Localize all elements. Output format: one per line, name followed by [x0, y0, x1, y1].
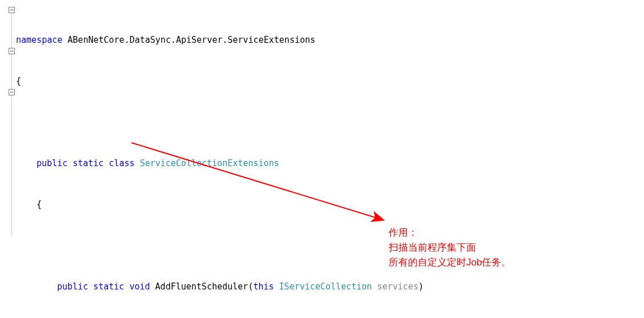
blank-line: [16, 239, 644, 252]
keyword: this: [253, 281, 274, 292]
fold-toggle-icon[interactable]: −: [9, 7, 15, 13]
code-area[interactable]: namespace ABenNetCore.DataSync.ApiServer…: [16, 6, 644, 318]
code-line: {: [16, 74, 644, 88]
type-name: IServiceCollection: [274, 281, 377, 292]
gutter: − − −: [0, 0, 16, 318]
fold-toggle-icon[interactable]: −: [9, 89, 15, 95]
annotation-line: 扫描当前程序集下面: [389, 240, 511, 255]
code-line: public static void AddFluentScheduler(th…: [57, 280, 644, 293]
paren: ): [418, 281, 423, 292]
type-name: ServiceCollectionExtensions: [140, 158, 279, 168]
code-line: namespace ABenNetCore.DataSync.ApiServer…: [16, 33, 644, 47]
brace-open: {: [37, 199, 42, 210]
code-editor: − − − namespace ABenNetCore.DataSync.Api…: [0, 0, 644, 318]
identifier: ABenNetCore.DataSync.ApiServer.ServiceEx…: [62, 35, 315, 45]
annotation-line: 所有的自定义定时Job任务。: [389, 255, 511, 270]
keyword: public static void: [57, 281, 155, 292]
code-line: {: [37, 198, 644, 211]
fold-toggle-icon[interactable]: −: [9, 48, 15, 54]
identifier: AddFluentScheduler(: [155, 281, 254, 292]
blank-line: [16, 115, 644, 129]
keyword: public static class: [37, 158, 140, 168]
code-line: public static class ServiceCollectionExt…: [37, 156, 644, 170]
keyword: namespace: [16, 35, 62, 45]
annotation-text: 作用： 扫描当前程序集下面 所有的自定义定时Job任务。: [389, 226, 511, 270]
parameter: services: [377, 281, 418, 292]
brace-open: {: [16, 76, 21, 86]
annotation-line: 作用：: [389, 226, 511, 240]
